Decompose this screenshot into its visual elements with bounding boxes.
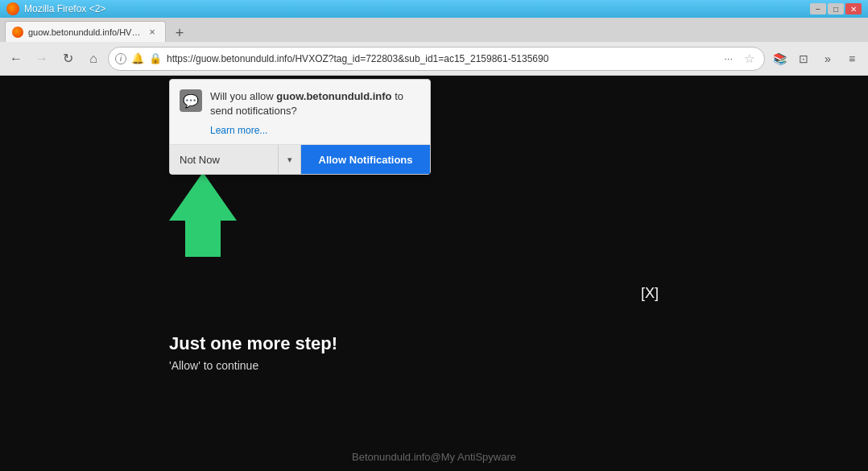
arrow-up-icon: [169, 172, 237, 221]
footer-text: Betonunduld.info@My AntiSpyware: [352, 451, 516, 463]
refresh-button[interactable]: ↻: [56, 48, 79, 70]
menu-button[interactable]: ≡: [841, 48, 863, 70]
title-bar-controls: − □ ✕: [810, 3, 862, 14]
close-x-button[interactable]: [X]: [641, 285, 659, 302]
active-tab[interactable]: guow.betonunduld.info/HVX× ×: [5, 21, 166, 42]
learn-more-link[interactable]: Learn more...: [170, 125, 430, 144]
synced-tabs-button[interactable]: ⊡: [792, 48, 815, 70]
tab-bar: guow.betonunduld.info/HVX× × +: [0, 18, 868, 42]
arrow-stem: [185, 221, 221, 257]
url-text: https://guow.betonunduld.info/HVXOZ?tag_…: [167, 53, 716, 64]
page-text: Just one more step! 'Allow' to continue: [169, 333, 337, 372]
not-now-button[interactable]: Not Now: [170, 145, 279, 174]
nav-right-icons: 📚 ⊡ » ≡: [768, 48, 863, 70]
page-subtitle: 'Allow' to continue: [169, 359, 337, 372]
browser-content: 💬 Will you allow guow.betonunduld.info t…: [0, 76, 868, 471]
not-now-dropdown-button[interactable]: ▾: [279, 145, 301, 174]
page-title: Just one more step!: [169, 333, 337, 354]
back-button[interactable]: ←: [5, 48, 27, 70]
home-button[interactable]: ⌂: [82, 48, 105, 70]
allow-notifications-button[interactable]: Allow Notifications: [301, 145, 430, 174]
not-now-group: Not Now ▾: [170, 145, 301, 174]
overflow-button[interactable]: »: [816, 48, 839, 70]
close-window-button[interactable]: ✕: [845, 3, 862, 14]
new-tab-button[interactable]: +: [169, 24, 190, 42]
title-bar-text: Mozilla Firefox <2>: [24, 3, 105, 14]
tab-favicon-icon: [12, 27, 23, 38]
title-bar-left: Mozilla Firefox <2>: [6, 2, 105, 15]
arrow-graphic: [169, 172, 237, 257]
bookmark-button[interactable]: ☆: [741, 50, 758, 68]
lock-icon: 🔒: [149, 52, 162, 64]
popup-domain: guow.betonunduld.info: [276, 90, 391, 102]
popup-actions: Not Now ▾ Allow Notifications: [170, 144, 430, 174]
info-icon: i: [115, 53, 126, 64]
navigation-bar: ← → ↻ ⌂ i 🔔 🔒 https://guow.betonunduld.i…: [0, 42, 868, 76]
notification-icon: 🔔: [131, 52, 144, 64]
minimize-button[interactable]: −: [810, 3, 826, 14]
popup-message: Will you allow guow.betonunduld.info to …: [210, 89, 420, 118]
library-button[interactable]: 📚: [768, 48, 791, 70]
popup-header: 💬 Will you allow guow.betonunduld.info t…: [170, 80, 430, 125]
url-bar[interactable]: i 🔔 🔒 https://guow.betonunduld.info/HVXO…: [108, 47, 765, 71]
tab-close-button[interactable]: ×: [146, 26, 159, 39]
popup-prefix: Will you allow: [210, 90, 276, 102]
tab-title: guow.betonunduld.info/HVX×: [28, 27, 141, 37]
firefox-logo-icon: [6, 2, 19, 15]
maximize-button[interactable]: □: [828, 3, 844, 14]
chat-bubble-icon: 💬: [183, 93, 199, 109]
popup-chat-icon: 💬: [180, 89, 202, 112]
title-bar: Mozilla Firefox <2> − □ ✕: [0, 0, 868, 18]
url-more-button[interactable]: ···: [721, 51, 736, 66]
notification-popup: 💬 Will you allow guow.betonunduld.info t…: [169, 79, 431, 175]
forward-button[interactable]: →: [31, 48, 53, 70]
